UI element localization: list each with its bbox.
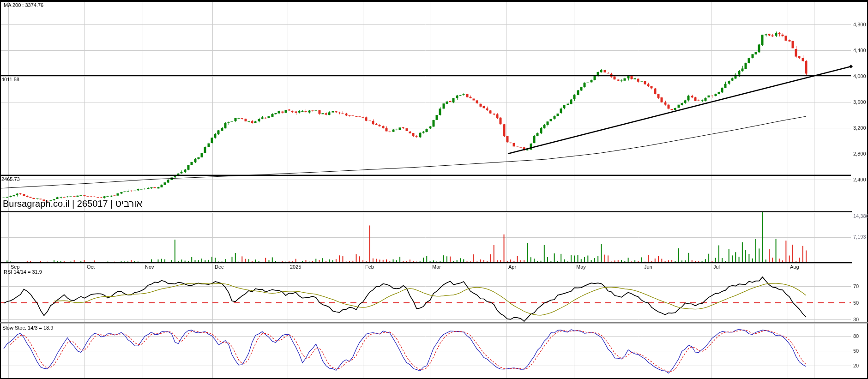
month-label: Sep xyxy=(11,264,20,270)
chart-canvas xyxy=(0,0,868,379)
month-label: Feb xyxy=(365,264,374,270)
price-axis-label: 3,600 xyxy=(853,99,866,105)
month-label: Apr xyxy=(508,264,516,270)
price-axis-label: 4,400 xyxy=(853,48,866,53)
rsi-axis-label: 50 xyxy=(853,300,859,306)
brand-watermark: Bursagraph.co.il | 265017 | אורביט xyxy=(3,198,142,209)
month-label: May xyxy=(576,264,586,270)
stoch-label: Slow Stoc. 14/3 = 18.9 xyxy=(2,325,53,331)
upper-level-label: 4011.58 xyxy=(1,77,19,82)
lower-level-label: 2465.73 xyxy=(1,176,20,182)
price-axis-label: 2,400 xyxy=(853,177,866,182)
rsi-label: RSI 14/14 = 31.9 xyxy=(4,269,42,275)
volume-axis-label: 7,193 xyxy=(853,234,866,240)
price-axis-label: 3,200 xyxy=(853,125,866,131)
rsi-axis-label: 70 xyxy=(853,283,859,289)
month-label: Nov xyxy=(145,264,154,270)
volume-axis-label: 14,386 xyxy=(853,213,868,219)
month-label: Jul xyxy=(713,264,720,270)
stoch-axis-label: 80 xyxy=(853,333,859,339)
month-label: Dec xyxy=(215,264,224,270)
month-label: 2025 xyxy=(290,264,301,270)
month-label: Mar xyxy=(432,264,441,270)
ma200-label: MA 200 : 3374.76 xyxy=(4,2,43,8)
month-label: Oct xyxy=(87,264,95,270)
stoch-axis-label: 20 xyxy=(853,363,859,368)
stoch-axis-label: 50 xyxy=(853,348,859,354)
rsi-axis-label: 30 xyxy=(853,317,859,322)
price-axis-label: 4,000 xyxy=(853,73,866,79)
month-label: Aug xyxy=(790,264,799,270)
chart-root: MA 200 : 3374.76 4011.58 2465.73 Bursagr… xyxy=(0,0,868,379)
month-label: Jun xyxy=(644,264,652,270)
price-axis-label: 4,800 xyxy=(853,22,866,27)
price-axis-label: 2,800 xyxy=(853,151,866,156)
